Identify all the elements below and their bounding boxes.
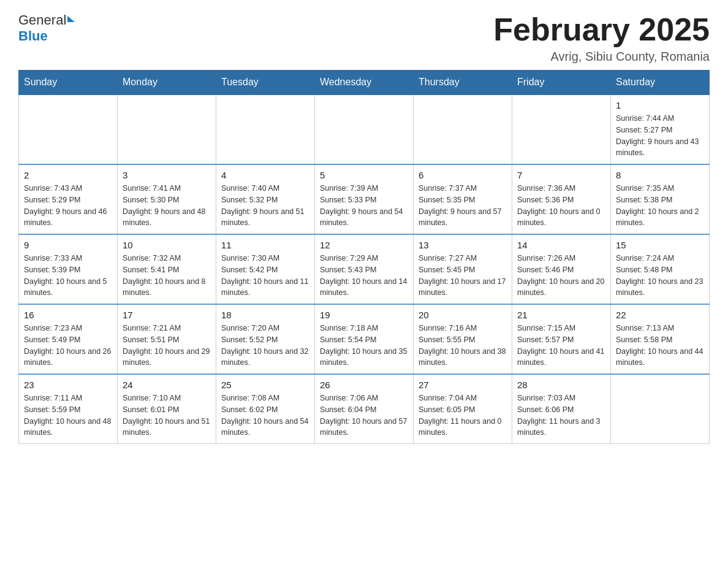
page-header: General Blue February 2025 Avrig, Sibiu … — [18, 12, 710, 64]
calendar-cell — [19, 94, 118, 164]
day-number: 28 — [517, 380, 605, 390]
day-header-friday: Friday — [512, 71, 611, 95]
day-info: Sunrise: 7:41 AMSunset: 5:30 PMDaylight:… — [123, 183, 211, 229]
day-info: Sunrise: 7:23 AMSunset: 5:49 PMDaylight:… — [24, 323, 112, 369]
day-info: Sunrise: 7:33 AMSunset: 5:39 PMDaylight:… — [24, 253, 112, 299]
day-info: Sunrise: 7:18 AMSunset: 5:54 PMDaylight:… — [320, 323, 408, 369]
location-subtitle: Avrig, Sibiu County, Romania — [493, 50, 710, 64]
day-header-thursday: Thursday — [414, 71, 512, 95]
calendar-cell — [118, 94, 216, 164]
day-info: Sunrise: 7:32 AMSunset: 5:41 PMDaylight:… — [123, 253, 211, 299]
calendar-week-4: 16Sunrise: 7:23 AMSunset: 5:49 PMDayligh… — [19, 304, 710, 374]
day-info: Sunrise: 7:37 AMSunset: 5:35 PMDaylight:… — [419, 183, 507, 229]
day-info: Sunrise: 7:13 AMSunset: 5:58 PMDaylight:… — [616, 323, 704, 369]
calendar-cell: 5Sunrise: 7:39 AMSunset: 5:33 PMDaylight… — [315, 164, 414, 234]
calendar-cell: 20Sunrise: 7:16 AMSunset: 5:55 PMDayligh… — [414, 304, 512, 374]
day-info: Sunrise: 7:40 AMSunset: 5:32 PMDaylight:… — [221, 183, 309, 229]
calendar-cell: 14Sunrise: 7:26 AMSunset: 5:46 PMDayligh… — [512, 234, 611, 304]
day-number: 21 — [517, 310, 605, 320]
calendar-cell: 7Sunrise: 7:36 AMSunset: 5:36 PMDaylight… — [512, 164, 611, 234]
day-info: Sunrise: 7:20 AMSunset: 5:52 PMDaylight:… — [221, 323, 309, 369]
day-info: Sunrise: 7:04 AMSunset: 6:05 PMDaylight:… — [419, 393, 507, 439]
day-number: 2 — [24, 170, 112, 180]
calendar-cell — [414, 94, 512, 164]
calendar-cell: 18Sunrise: 7:20 AMSunset: 5:52 PMDayligh… — [216, 304, 315, 374]
day-number: 27 — [419, 380, 507, 390]
calendar-cell: 8Sunrise: 7:35 AMSunset: 5:38 PMDaylight… — [611, 164, 710, 234]
calendar-cell: 1Sunrise: 7:44 AMSunset: 5:27 PMDaylight… — [611, 94, 710, 164]
calendar-cell: 27Sunrise: 7:04 AMSunset: 6:05 PMDayligh… — [414, 374, 512, 444]
calendar-cell: 3Sunrise: 7:41 AMSunset: 5:30 PMDaylight… — [118, 164, 216, 234]
calendar-cell — [315, 94, 414, 164]
calendar-week-1: 1Sunrise: 7:44 AMSunset: 5:27 PMDaylight… — [19, 94, 710, 164]
calendar-week-2: 2Sunrise: 7:43 AMSunset: 5:29 PMDaylight… — [19, 164, 710, 234]
day-number: 11 — [221, 240, 309, 250]
day-number: 1 — [616, 100, 704, 110]
calendar-cell: 11Sunrise: 7:30 AMSunset: 5:42 PMDayligh… — [216, 234, 315, 304]
day-number: 4 — [221, 170, 309, 180]
calendar-table: SundayMondayTuesdayWednesdayThursdayFrid… — [18, 70, 710, 444]
day-info: Sunrise: 7:21 AMSunset: 5:51 PMDaylight:… — [123, 323, 211, 369]
logo: General Blue — [18, 12, 75, 44]
day-info: Sunrise: 7:27 AMSunset: 5:45 PMDaylight:… — [419, 253, 507, 299]
calendar-cell: 24Sunrise: 7:10 AMSunset: 6:01 PMDayligh… — [118, 374, 216, 444]
day-info: Sunrise: 7:43 AMSunset: 5:29 PMDaylight:… — [24, 183, 112, 229]
day-number: 24 — [123, 380, 211, 390]
calendar-header-row: SundayMondayTuesdayWednesdayThursdayFrid… — [19, 71, 710, 95]
day-number: 10 — [123, 240, 211, 250]
calendar-week-3: 9Sunrise: 7:33 AMSunset: 5:39 PMDaylight… — [19, 234, 710, 304]
day-number: 12 — [320, 240, 408, 250]
day-info: Sunrise: 7:26 AMSunset: 5:46 PMDaylight:… — [517, 253, 605, 299]
day-info: Sunrise: 7:36 AMSunset: 5:36 PMDaylight:… — [517, 183, 605, 229]
calendar-cell: 19Sunrise: 7:18 AMSunset: 5:54 PMDayligh… — [315, 304, 414, 374]
day-info: Sunrise: 7:24 AMSunset: 5:48 PMDaylight:… — [616, 253, 704, 299]
calendar-cell: 15Sunrise: 7:24 AMSunset: 5:48 PMDayligh… — [611, 234, 710, 304]
calendar-cell: 22Sunrise: 7:13 AMSunset: 5:58 PMDayligh… — [611, 304, 710, 374]
calendar-cell: 9Sunrise: 7:33 AMSunset: 5:39 PMDaylight… — [19, 234, 118, 304]
day-number: 20 — [419, 310, 507, 320]
calendar-cell — [611, 374, 710, 444]
day-info: Sunrise: 7:16 AMSunset: 5:55 PMDaylight:… — [419, 323, 507, 369]
day-number: 25 — [221, 380, 309, 390]
calendar-week-5: 23Sunrise: 7:11 AMSunset: 5:59 PMDayligh… — [19, 374, 710, 444]
day-number: 15 — [616, 240, 704, 250]
day-number: 3 — [123, 170, 211, 180]
day-info: Sunrise: 7:39 AMSunset: 5:33 PMDaylight:… — [320, 183, 408, 229]
day-header-wednesday: Wednesday — [315, 71, 414, 95]
month-title: February 2025 — [493, 12, 710, 47]
day-number: 6 — [419, 170, 507, 180]
day-number: 13 — [419, 240, 507, 250]
day-info: Sunrise: 7:29 AMSunset: 5:43 PMDaylight:… — [320, 253, 408, 299]
logo-blue: Blue — [18, 28, 48, 44]
logo-arrow-icon — [67, 16, 75, 22]
day-info: Sunrise: 7:08 AMSunset: 6:02 PMDaylight:… — [221, 393, 309, 439]
calendar-cell: 10Sunrise: 7:32 AMSunset: 5:41 PMDayligh… — [118, 234, 216, 304]
calendar-cell: 4Sunrise: 7:40 AMSunset: 5:32 PMDaylight… — [216, 164, 315, 234]
calendar-cell: 16Sunrise: 7:23 AMSunset: 5:49 PMDayligh… — [19, 304, 118, 374]
day-number: 9 — [24, 240, 112, 250]
day-number: 7 — [517, 170, 605, 180]
calendar-cell: 2Sunrise: 7:43 AMSunset: 5:29 PMDaylight… — [19, 164, 118, 234]
calendar-cell: 12Sunrise: 7:29 AMSunset: 5:43 PMDayligh… — [315, 234, 414, 304]
day-header-tuesday: Tuesday — [216, 71, 315, 95]
day-number: 14 — [517, 240, 605, 250]
day-number: 22 — [616, 310, 704, 320]
day-info: Sunrise: 7:06 AMSunset: 6:04 PMDaylight:… — [320, 393, 408, 439]
calendar-cell: 21Sunrise: 7:15 AMSunset: 5:57 PMDayligh… — [512, 304, 611, 374]
calendar-cell — [216, 94, 315, 164]
calendar-cell: 28Sunrise: 7:03 AMSunset: 6:06 PMDayligh… — [512, 374, 611, 444]
day-header-monday: Monday — [118, 71, 216, 95]
day-number: 19 — [320, 310, 408, 320]
day-number: 23 — [24, 380, 112, 390]
day-number: 17 — [123, 310, 211, 320]
calendar-cell: 23Sunrise: 7:11 AMSunset: 5:59 PMDayligh… — [19, 374, 118, 444]
day-number: 26 — [320, 380, 408, 390]
title-block: February 2025 Avrig, Sibiu County, Roman… — [493, 12, 710, 64]
calendar-cell: 13Sunrise: 7:27 AMSunset: 5:45 PMDayligh… — [414, 234, 512, 304]
day-info: Sunrise: 7:35 AMSunset: 5:38 PMDaylight:… — [616, 183, 704, 229]
calendar-cell — [512, 94, 611, 164]
day-info: Sunrise: 7:10 AMSunset: 6:01 PMDaylight:… — [123, 393, 211, 439]
calendar-cell: 25Sunrise: 7:08 AMSunset: 6:02 PMDayligh… — [216, 374, 315, 444]
day-info: Sunrise: 7:44 AMSunset: 5:27 PMDaylight:… — [616, 113, 704, 159]
day-info: Sunrise: 7:15 AMSunset: 5:57 PMDaylight:… — [517, 323, 605, 369]
